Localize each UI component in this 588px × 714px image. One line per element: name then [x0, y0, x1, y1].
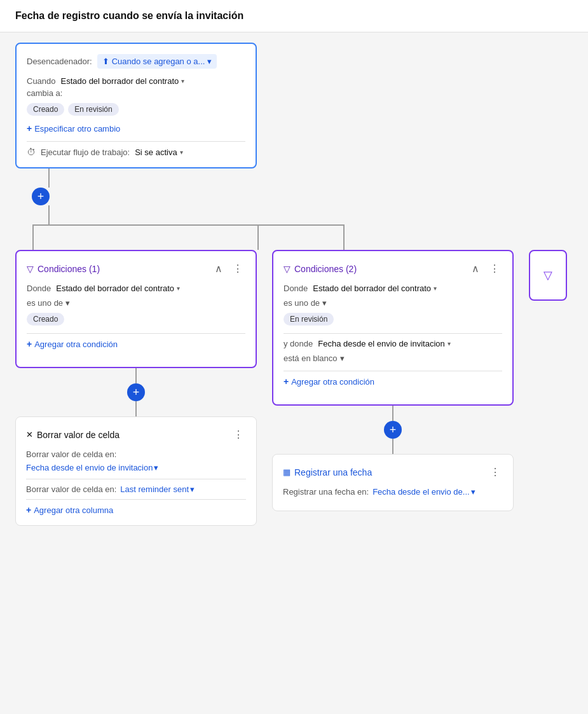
add-condition-label-1: Agregar otra condición: [34, 340, 118, 349]
trigger-dropdown[interactable]: ⬆ Cuando se agregan o a... ▾: [97, 54, 217, 69]
tag-en-revision: En revisión: [68, 103, 118, 116]
cambia-label: cambia a:: [27, 88, 245, 98]
clock-icon: ⏱: [27, 147, 36, 157]
chevron-y: ▾: [448, 340, 451, 347]
conn-c1-2: [135, 401, 137, 416]
add-condition-label-2: Agregar otra condición: [291, 377, 374, 387]
y-field-dropdown[interactable]: Fecha desde el envio de invitacion ▾: [318, 339, 450, 348]
registrar-title-text: Registrar una fecha: [294, 467, 372, 477]
chevron-reg: ▾: [471, 487, 475, 497]
condition1-field-dropdown[interactable]: Estado del borrador del contrato ▾: [56, 284, 180, 293]
registrar-block: ▦ Registrar una fecha ⋮ Registrar una fe…: [272, 454, 514, 511]
field2-label: Borrar valor de celda en:: [26, 484, 116, 494]
filter-icon-2: ▽: [284, 264, 291, 274]
es-uno-text-2: es uno de: [284, 298, 320, 308]
donde-label-1: Donde: [27, 284, 51, 293]
donde-label-2: Donde: [284, 284, 308, 293]
conn-c2-1: [392, 406, 393, 421]
ejecutar-dropdown[interactable]: Si se activa ▾: [135, 148, 182, 157]
registrar-field-value: Fecha desde el envio de...: [373, 487, 470, 497]
plus-icon-c1: +: [27, 339, 32, 349]
upload-icon: ⬆: [102, 57, 109, 66]
trigger-dropdown-text: Cuando se agregan o a...: [112, 57, 205, 66]
add-condition-link-2[interactable]: + Agregar otra condición: [284, 376, 502, 387]
condition2-field-dropdown[interactable]: Estado del borrador del contrato ▾: [313, 284, 437, 293]
add-step-button-1[interactable]: +: [32, 188, 50, 205]
add-condition-link-1[interactable]: + Agregar otra condición: [27, 339, 245, 349]
trigger-label: Desencadenador:: [27, 57, 92, 66]
add-column-link[interactable]: + Agregar otra columna: [26, 505, 246, 515]
conn-c2-2: [392, 439, 393, 454]
y-label: y donde: [284, 339, 313, 348]
chevron-down-icon: ▾: [207, 57, 212, 66]
condition-title-2: Condiciones (2): [294, 264, 357, 274]
plus-icon: +: [27, 123, 32, 134]
condition1-field-text: Estado del borrador del contrato: [56, 284, 174, 293]
y-field-text: Fecha desde el envio de invitacion: [318, 339, 444, 348]
trigger-field-dropdown[interactable]: Estado del borrador del contrato ▾: [61, 76, 185, 86]
add-change-link[interactable]: + Especificar otro cambio: [27, 123, 245, 134]
tag-creado-c1: Creado: [27, 313, 64, 326]
page-header: Fecha de registro cuando se envía la inv…: [0, 0, 588, 32]
ejecutar-value: Si se activa: [135, 148, 177, 157]
more-btn-registrar[interactable]: ⋮: [488, 465, 503, 479]
action-clear-title: Borrar valor de celda: [37, 430, 120, 440]
connector-line-2: [48, 205, 50, 224]
v-branch-left: [32, 224, 34, 250]
add-step-button-3[interactable]: +: [384, 421, 402, 439]
chevron-icon: ▾: [181, 78, 184, 85]
condition-title-1: Condiciones (1): [38, 264, 100, 274]
tags-row: Creado En revisión: [27, 103, 245, 116]
field2-value: Last reminder sent: [120, 484, 189, 494]
trigger-block: Desencadenador: ⬆ Cuando se agregan o a.…: [15, 43, 257, 168]
conn-c1-1: [135, 368, 137, 383]
plus-icon-c2: +: [284, 376, 289, 387]
chevron-icon2: ▾: [180, 149, 183, 156]
page-title: Fecha de registro cuando se envía la inv…: [15, 10, 573, 22]
tag-en-revision-c2: En revisión: [284, 313, 334, 326]
chevron-icon-c2: ▾: [434, 285, 437, 292]
more-btn-1[interactable]: ⋮: [230, 261, 245, 276]
action-clear-block: ✕ Borrar valor de celda ⋮ Borrar valor d…: [15, 416, 257, 526]
v-branch-right: [343, 224, 345, 250]
tag-creado: Creado: [27, 103, 64, 116]
field1-dropdown[interactable]: Fecha desde el envio de invitacion ▾: [26, 463, 246, 472]
more-btn-2[interactable]: ⋮: [487, 261, 502, 276]
filter-icon-1: ▽: [27, 264, 34, 274]
condition2-field-text: Estado del borrador del contrato: [313, 284, 431, 293]
chevron-icon-c1: ▾: [177, 285, 180, 292]
field1-value: Fecha desde el envio de invitacion: [26, 463, 153, 472]
partial-filter-icon: ▽: [544, 268, 552, 282]
chevron-f2: ▾: [190, 484, 195, 494]
connector-line-1: [48, 168, 50, 188]
registrar-field-dropdown[interactable]: Fecha desde el envio de... ▾: [373, 487, 475, 497]
add-column-label: Agregar otra columna: [34, 505, 113, 515]
field2-dropdown[interactable]: Last reminder sent ▾: [120, 484, 195, 494]
cuando-label: Cuando: [27, 76, 56, 86]
field1-label: Borrar valor de celda en:: [26, 450, 116, 459]
esta-en-blanco: está en blanco: [284, 354, 338, 363]
condition-block-1: ▽ Condiciones (1) ∧ ⋮ Donde Estado del b…: [15, 250, 257, 368]
es-uno-text-1: es uno de: [27, 298, 63, 308]
partial-condition-block: ▽: [529, 250, 567, 301]
registrar-field-label: Registrar una fecha en:: [283, 487, 369, 497]
chevron-f1: ▾: [154, 463, 158, 472]
condition-block-2: ▽ Condiciones (2) ∧ ⋮ Donde Estado del b…: [272, 250, 514, 406]
ejecutar-label: Ejecutar flujo de trabajo:: [41, 148, 130, 157]
chevron-icon-es2: ▾: [322, 298, 327, 308]
collapse-btn-1[interactable]: ∧: [212, 261, 225, 276]
trigger-field-text: Estado del borrador del contrato: [61, 76, 179, 86]
add-change-label: Especificar otro cambio: [34, 124, 120, 134]
h-branch-line: [32, 224, 344, 226]
more-btn-clear[interactable]: ⋮: [231, 427, 246, 442]
add-step-button-2[interactable]: +: [127, 383, 145, 401]
plus-icon-col: +: [26, 505, 31, 515]
v-branch-mid: [257, 224, 259, 250]
chevron-icon-es1: ▾: [65, 298, 70, 308]
collapse-btn-2[interactable]: ∧: [469, 261, 482, 276]
calendar-icon: ▦: [283, 467, 291, 477]
clear-icon: ✕: [26, 430, 33, 439]
chevron-blank: ▾: [340, 354, 345, 363]
